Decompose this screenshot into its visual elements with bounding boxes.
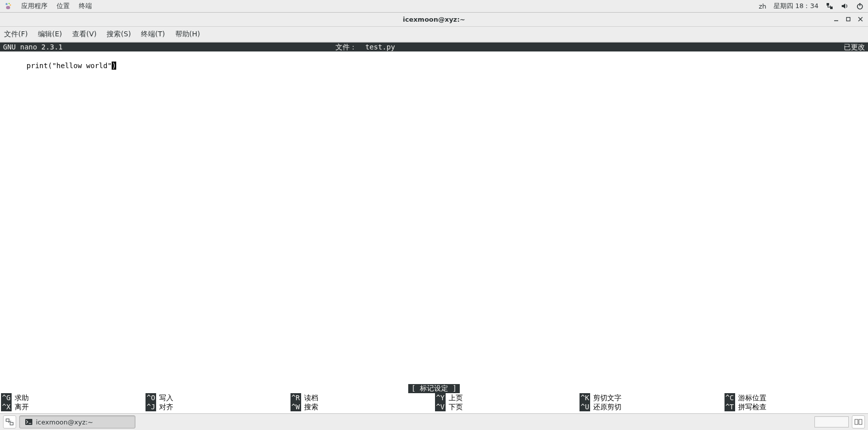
svg-rect-4 bbox=[827, 3, 829, 6]
shortcut-key: ^W bbox=[291, 402, 301, 411]
tray-placeholder[interactable] bbox=[814, 416, 849, 427]
shortcut-key: ^U bbox=[580, 402, 590, 411]
nano-modified-flag: 已更改 bbox=[844, 42, 865, 51]
shortcut-key: ^X bbox=[1, 402, 12, 411]
shortcut-label: 剪切文字 bbox=[593, 393, 621, 402]
menu-terminal[interactable]: 终端(T) bbox=[139, 29, 167, 40]
svg-rect-16 bbox=[859, 419, 862, 424]
gnome-top-panel: 应用程序 位置 终端 zh 星期四 18：34 bbox=[0, 0, 868, 13]
nano-shortcut-ctrl-o: ^O写入 bbox=[144, 393, 289, 402]
taskbar-item-terminal[interactable]: icexmoon@xyz:~ bbox=[19, 415, 135, 428]
panel-menu-terminal[interactable]: 终端 bbox=[79, 2, 92, 11]
menu-search[interactable]: 搜索(S) bbox=[105, 29, 133, 40]
shortcut-key: ^O bbox=[146, 393, 156, 402]
nano-header-bar: GNU nano 2.3.1 文件： test.py 已更改 bbox=[0, 42, 868, 51]
nano-shortcut-ctrl-u: ^U还原剪切 bbox=[578, 402, 723, 411]
nano-content-line: print("hellow world" bbox=[27, 62, 112, 70]
panel-menu-places[interactable]: 位置 bbox=[57, 2, 70, 11]
shortcut-label: 求助 bbox=[15, 393, 29, 402]
svg-point-3 bbox=[6, 6, 10, 9]
nano-shortcut-ctrl-x: ^X离开 bbox=[0, 402, 144, 411]
shortcut-key: ^G bbox=[1, 393, 12, 402]
nano-app-version: GNU nano 2.3.1 bbox=[3, 42, 63, 51]
shortcut-label: 离开 bbox=[15, 402, 29, 411]
show-desktop-button[interactable] bbox=[3, 415, 16, 428]
menu-view[interactable]: 查看(V) bbox=[70, 29, 99, 40]
svg-point-2 bbox=[10, 5, 11, 6]
nano-shortcut-ctrl-g: ^G求助 bbox=[0, 393, 144, 402]
window-title: icexmoon@xyz:~ bbox=[403, 16, 465, 23]
nano-shortcut-ctrl-c: ^C游标位置 bbox=[724, 393, 868, 402]
shortcut-key: ^R bbox=[291, 393, 301, 402]
shortcut-key: ^T bbox=[725, 402, 735, 411]
nano-shortcut-ctrl-t: ^T拼写检查 bbox=[724, 402, 868, 411]
menu-edit[interactable]: 编辑(E) bbox=[36, 29, 64, 40]
nano-editor-body[interactable]: print("hellow world") bbox=[0, 51, 868, 80]
nano-shortcut-ctrl-w: ^W搜索 bbox=[290, 402, 434, 411]
shortcut-label: 搜索 bbox=[304, 402, 318, 411]
panel-lang-indicator[interactable]: zh bbox=[759, 3, 766, 10]
nano-shortcut-ctrl-v: ^V下页 bbox=[434, 402, 578, 411]
window-close-button[interactable] bbox=[856, 15, 865, 24]
svg-rect-14 bbox=[25, 419, 32, 425]
volume-icon[interactable] bbox=[841, 2, 849, 10]
shortcut-key: ^C bbox=[725, 393, 735, 402]
svg-rect-15 bbox=[855, 419, 858, 424]
gnome-bottom-panel: icexmoon@xyz:~ bbox=[0, 413, 868, 430]
nano-mark-status: [ 标记设定 ] bbox=[408, 384, 460, 393]
svg-rect-12 bbox=[6, 419, 9, 421]
svg-point-1 bbox=[9, 3, 10, 5]
shortcut-label: 对齐 bbox=[159, 402, 173, 411]
nano-shortcut-ctrl-j: ^J对齐 bbox=[144, 402, 289, 411]
shortcut-label: 写入 bbox=[159, 393, 173, 402]
shortcut-key: ^Y bbox=[435, 393, 446, 402]
shortcut-label: 还原剪切 bbox=[593, 402, 621, 411]
shortcut-label: 下页 bbox=[449, 402, 463, 411]
nano-footer: [ 标记设定 ] ^G求助^O写入^R读档^Y上页^K剪切文字^C游标位置 ^X… bbox=[0, 384, 868, 413]
menu-help[interactable]: 帮助(H) bbox=[173, 29, 202, 40]
window-minimize-button[interactable] bbox=[832, 15, 841, 24]
network-icon[interactable] bbox=[826, 2, 834, 10]
menu-file[interactable]: 文件(F) bbox=[2, 29, 30, 40]
shortcut-key: ^J bbox=[146, 402, 156, 411]
svg-rect-9 bbox=[847, 18, 850, 21]
gnome-foot-icon bbox=[4, 2, 12, 10]
workspace-switcher[interactable] bbox=[852, 415, 865, 428]
shortcut-label: 读档 bbox=[304, 393, 318, 402]
nano-shortcut-ctrl-y: ^Y上页 bbox=[434, 393, 578, 402]
power-icon[interactable] bbox=[856, 2, 864, 10]
nano-filename: test.py bbox=[365, 43, 395, 51]
text-cursor: ) bbox=[112, 62, 116, 70]
panel-datetime[interactable]: 星期四 18：34 bbox=[774, 2, 818, 11]
svg-rect-13 bbox=[10, 422, 13, 425]
nano-shortcut-row-2: ^X离开^J对齐^W搜索^V下页^U还原剪切^T拼写检查 bbox=[0, 402, 868, 411]
terminal-area[interactable]: GNU nano 2.3.1 文件： test.py 已更改 print("he… bbox=[0, 42, 868, 413]
nano-file-label: 文件： bbox=[335, 43, 357, 51]
shortcut-key: ^V bbox=[435, 402, 446, 411]
terminal-icon bbox=[25, 418, 33, 426]
window-maximize-button[interactable] bbox=[844, 15, 853, 24]
taskbar-item-label: icexmoon@xyz:~ bbox=[36, 418, 93, 426]
panel-menu-applications[interactable]: 应用程序 bbox=[21, 2, 47, 11]
window-titlebar[interactable]: icexmoon@xyz:~ bbox=[0, 13, 868, 27]
shortcut-key: ^K bbox=[580, 393, 590, 402]
shortcut-label: 拼写检查 bbox=[738, 402, 766, 411]
nano-shortcut-ctrl-k: ^K剪切文字 bbox=[578, 393, 723, 402]
nano-shortcut-row-1: ^G求助^O写入^R读档^Y上页^K剪切文字^C游标位置 bbox=[0, 393, 868, 402]
shortcut-label: 游标位置 bbox=[738, 393, 766, 402]
svg-point-0 bbox=[6, 3, 8, 5]
nano-shortcut-ctrl-r: ^R读档 bbox=[290, 393, 434, 402]
terminal-menubar: 文件(F) 编辑(E) 查看(V) 搜索(S) 终端(T) 帮助(H) bbox=[0, 27, 868, 42]
shortcut-label: 上页 bbox=[449, 393, 463, 402]
